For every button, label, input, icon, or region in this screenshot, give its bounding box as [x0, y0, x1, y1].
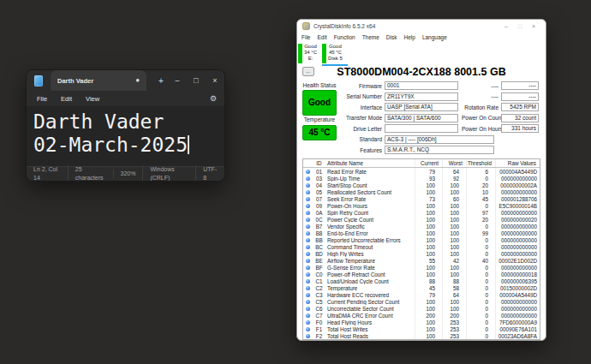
menu-theme[interactable]: Theme: [362, 34, 379, 40]
smart-attribute-row[interactable]: 09Power-On Hours1001000E5C90000014B: [303, 202, 540, 209]
smart-attribute-row[interactable]: 01Read Error Rate79646000004A5449D: [303, 168, 540, 175]
attr-current: 79: [415, 168, 442, 175]
attr-name: Start/Stop Count: [325, 182, 415, 188]
info-field-value: ACS-3 | ---- [006Dh]: [385, 135, 494, 144]
menu-function[interactable]: Function: [334, 34, 355, 40]
minimize-button[interactable]: –: [499, 23, 513, 29]
menu-edit[interactable]: Edit: [317, 34, 326, 40]
cdi-app-icon: [302, 22, 310, 30]
smart-attribute-row[interactable]: F1Total Host Writes100253000090E76A101: [303, 325, 540, 332]
attr-name: Read Error Rate: [325, 168, 415, 175]
attr-threshold: 0: [466, 291, 495, 298]
minimize-button[interactable]: –: [168, 76, 187, 85]
smart-attribute-row[interactable]: BBReported Uncorrectable Errors100100000…: [303, 236, 540, 243]
settings-gear-icon[interactable]: ⚙: [210, 94, 217, 103]
attr-worst: 100: [442, 230, 466, 236]
smart-attribute-row[interactable]: F2Total Host Reads100253000023AD6A8FA: [303, 332, 540, 339]
menu-file[interactable]: File: [30, 95, 54, 103]
blue-status-dot-icon: [306, 224, 310, 229]
status-dot-cell: [303, 243, 313, 250]
attr-raw-values: 000000000000: [495, 209, 540, 216]
info-field-value: SATA/300 | SATA/600: [385, 114, 458, 122]
smart-attribute-row[interactable]: C2Temperature4558000150000002D: [303, 284, 540, 291]
attr-threshold: 0: [466, 284, 495, 291]
attr-id: B7: [313, 223, 325, 230]
drive-entry-e-[interactable]: Good34 °CE:: [298, 43, 322, 64]
notepad-tab[interactable]: Darth Vader ●: [51, 70, 146, 91]
smart-attribute-row[interactable]: BCCommand Timeout1001000000000000000: [303, 243, 540, 250]
menu-file[interactable]: File: [301, 34, 310, 40]
info-field-label: Power On Count: [462, 115, 501, 121]
health-panel: Health Status Good Temperature 45 °C Fir…: [297, 80, 546, 158]
smart-attribute-row[interactable]: BFG-Sense Error Rate1001000000000000000: [303, 264, 540, 271]
smart-attribute-row[interactable]: F0Head Flying Hours10025307FD6000000A9: [303, 319, 540, 325]
smart-attribute-row[interactable]: C0Power-off Retract Count100100000000000…: [303, 271, 540, 277]
smart-attribute-row[interactable]: C3Hardware ECC recovered79640000004A5449…: [303, 291, 540, 298]
attr-name: Total Host Reads: [325, 332, 415, 339]
attr-worst: 100: [442, 182, 466, 188]
smart-attribute-row[interactable]: 04Start/Stop Count1001002000000000002A: [303, 182, 540, 188]
attr-threshold: 0: [466, 305, 495, 312]
status-dot-cell: [303, 195, 313, 202]
info-field-row: StandardACS-3 | ---- [006Dh]: [340, 134, 540, 144]
temperature-button[interactable]: 45 °C: [302, 125, 337, 140]
cdi-menubar: FileEditFunctionThemeDiskHelpLanguage: [297, 32, 546, 42]
attr-raw-values: 000001288706: [495, 195, 540, 202]
attr-worst: 58: [442, 284, 466, 291]
attr-current: 100: [415, 223, 442, 230]
attr-raw-values: 000000000000: [495, 264, 540, 271]
crystaldiskinfo-window: CrystalDiskInfo 6.5.2 x64 – □ × FileEdit…: [296, 19, 546, 341]
back-arrow-button[interactable]: ←: [302, 67, 314, 76]
new-tab-button[interactable]: +: [155, 76, 167, 86]
attr-name: Seek Error Rate: [325, 195, 415, 202]
smart-attribute-row[interactable]: 0CPower Cycle Count10010020000000000020: [303, 216, 540, 223]
text-caret: [188, 135, 189, 154]
smart-attribute-row[interactable]: C1Load/Unload Cycle Count888800000000063…: [303, 277, 540, 284]
smart-attribute-row[interactable]: B8End-to-End Error10010099000000000000: [303, 230, 540, 236]
attr-current: 100: [415, 243, 442, 250]
smart-attribute-row[interactable]: BEAirflow Temperature55424000002E1D002D: [303, 257, 540, 264]
health-status-button[interactable]: Good: [302, 90, 337, 116]
blue-status-dot-icon: [306, 218, 310, 222]
smart-attribute-row[interactable]: B7Vendor Specific1001000000000000000: [303, 223, 540, 230]
status-dot-cell: [303, 332, 313, 339]
close-button[interactable]: ×: [527, 23, 540, 29]
drive-entry-text: Good45 °CDisk 5: [328, 43, 343, 64]
attr-id: C1: [313, 277, 325, 284]
close-button[interactable]: ×: [206, 76, 224, 85]
info-field-row: InterfaceUASP [Serial ATA]: [340, 103, 462, 112]
smart-attribute-row[interactable]: 07Seek Error Rate736045000001288706: [303, 195, 540, 202]
menu-language[interactable]: Language: [422, 34, 447, 40]
smart-attribute-row[interactable]: C6Uncorrectable Sector Count100100000000…: [303, 305, 540, 312]
menu-edit[interactable]: Edit: [54, 95, 79, 103]
blue-status-dot-icon: [306, 272, 310, 277]
status-dot-cell: [303, 325, 313, 332]
blue-status-dot-icon: [306, 300, 310, 304]
drive-entry-disk-5[interactable]: Good45 °CDisk 5: [322, 43, 348, 64]
drive-name: E:: [304, 56, 317, 62]
smart-attribute-row[interactable]: 05Reallocated Sectors Count1001001000000…: [303, 188, 540, 195]
smart-attribute-row[interactable]: BDHigh Fly Writes1001000000000000000: [303, 250, 540, 257]
drive-selector-strip: Good34 °CE:Good45 °CDisk 5: [297, 43, 546, 65]
attr-threshold: 10: [466, 188, 495, 195]
attr-id: BB: [313, 236, 325, 243]
smart-attribute-row[interactable]: 0ASpin Retry Count10010097000000000000: [303, 209, 540, 216]
smart-attribute-row[interactable]: 03Spin-Up Time93920000000000000: [303, 175, 540, 182]
tab-title: Darth Vader: [57, 77, 130, 85]
attr-threshold: 6: [466, 168, 495, 175]
attr-name: High Fly Writes: [325, 250, 415, 257]
menu-disk[interactable]: Disk: [386, 34, 397, 40]
menu-help[interactable]: Help: [404, 34, 415, 40]
info-field-label: Rotation Rate: [462, 104, 501, 110]
blue-status-dot-icon: [306, 245, 310, 249]
attr-worst: 100: [442, 305, 466, 312]
cdi-titlebar[interactable]: CrystalDiskInfo 6.5.2 x64 – □ ×: [297, 20, 546, 32]
attr-raw-values: 00150000002D: [495, 284, 540, 291]
maximize-button[interactable]: □: [187, 76, 206, 85]
smart-attribute-row[interactable]: C5Current Pending Sector Count1001000000…: [303, 298, 540, 305]
notepad-titlebar[interactable]: Darth Vader ● + – □ ×: [27, 70, 224, 91]
notepad-text-area[interactable]: Darth Vader02-March-2025: [27, 106, 224, 166]
menu-view[interactable]: View: [79, 95, 106, 103]
info-field-row: Drive Letter: [340, 124, 462, 134]
smart-attribute-row[interactable]: C7UltraDMA CRC Error Count20020000000000…: [303, 312, 540, 319]
